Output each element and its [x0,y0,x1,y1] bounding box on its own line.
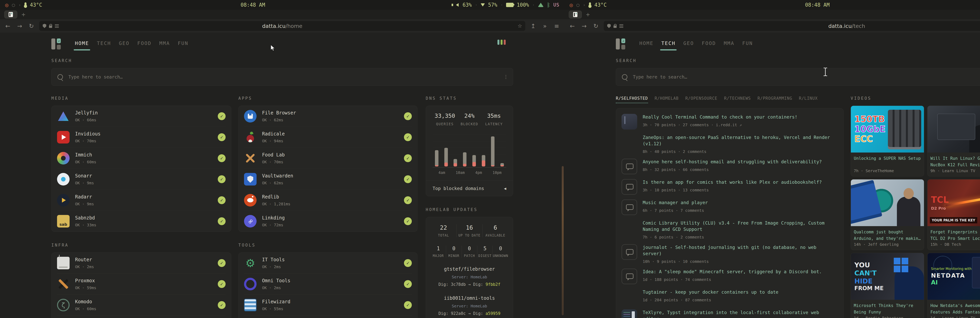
tab-home[interactable]: HOME [75,40,89,50]
update-entry[interactable]: iib0011/omni-tools Server: HomeLab Dig: … [431,296,508,316]
post-item[interactable]: Is there an app for comics that works li… [622,179,838,195]
service-ittools[interactable]: IT ToolsOK · 2ms ✓ [244,252,412,273]
search-box[interactable] [616,68,980,86]
clock[interactable]: 08:48 AM [679,2,955,8]
overflow-icon[interactable]: » [541,22,549,29]
new-tab-button[interactable]: + [586,11,590,18]
video-title[interactable]: Qualcomm just bought Arduino, and they'r… [854,229,921,242]
search-input[interactable] [68,74,507,80]
post-title[interactable]: Comic Library Utility (CLU) v3.4 - Free … [643,220,838,232]
tab-r-opensource[interactable]: R/OPENSOURCE [686,96,718,103]
service-opengist[interactable]: Open GistOK · 10ms ✓ [244,315,412,318]
tab-food[interactable]: FOOD [137,40,151,50]
browser-tab[interactable] [4,11,17,18]
search-options-icon[interactable] [506,75,506,76]
tab-food[interactable]: FOOD [702,40,716,50]
tab-mma[interactable]: MMA [724,40,734,50]
brightness-icon[interactable] [480,3,485,6]
share-icon[interactable]: ↥ [529,22,537,29]
clock[interactable]: 08:48 AM [115,2,391,8]
forward-button[interactable]: → [580,22,588,29]
post-title[interactable]: Tugtainer - keep your docker containers … [643,289,838,295]
reload-button[interactable]: ↻ [592,22,600,29]
search-box[interactable] [51,68,513,86]
url-bar[interactable]: datta.icu/home ☆ [39,21,525,31]
service-omnitools[interactable]: Omni ToolsOK · 2ms ✓ [244,273,412,294]
service-foodlab[interactable]: Food LabOK · 70ms ✓ [244,148,412,169]
video-card[interactable]: Smarter Monitoring with: NETDATA AI How … [927,253,980,318]
post-title[interactable]: journalot - Self-hosted journaling with … [643,244,838,257]
service-jellyfin[interactable]: JellyfinOK · 66ms ✓ [57,106,226,126]
service-komodo[interactable]: KomodoOK · 60ms ✓ [57,294,226,315]
post-title[interactable]: Anyone here self-hosting email and strug… [643,158,838,165]
service-speedtest[interactable]: SpeedtestOK · 289ms ✓ [57,315,226,318]
back-button[interactable]: ← [4,22,12,29]
service-filebrowser[interactable]: File BrowserOK · 62ms ✓ [244,106,412,126]
tab-mma[interactable]: MMA [159,40,170,50]
tab-geo[interactable]: GEO [683,40,694,50]
video-card[interactable]: TCL D2 Pro YOUR PALM IS THE KEY Forget F… [927,179,980,250]
post-item[interactable]: Tugtainer - keep your docker containers … [622,289,838,305]
video-title[interactable]: Unlocking a SUPER NAS Setup [854,155,921,162]
video-title[interactable]: Forget Fingerprints - The TCL D2 Pro Sma… [931,229,980,242]
tab-r-linux[interactable]: R/LINUX [799,96,818,103]
tab-r-homelab[interactable]: R/HOMELAB [655,96,679,103]
tab-r-programming[interactable]: R/PROGRAMMING [757,96,792,103]
post-item[interactable]: ZaneOps: an open-source PaaS alternative… [622,134,838,154]
post-item[interactable]: Comic Library Utility (CLU) v3.4 - Free … [622,220,838,240]
service-vaultwarden[interactable]: VaultwardenOK · 62ms ✓ [244,169,412,190]
wifi-icon[interactable] [538,3,544,7]
service-redlib[interactable]: RedlibOK · 1,281ms ✓ [244,190,412,211]
bookmark-star-icon[interactable]: ☆ [518,23,522,29]
top-blocked-domains-toggle[interactable]: Top blocked domains ◀ [426,181,513,196]
post-title[interactable]: TeXlyre, Typst integration into the loca… [643,309,838,318]
service-router[interactable]: RouterOK · 2ms ✓ [57,252,226,273]
post-title[interactable]: Is there an app for comics that works li… [643,179,838,185]
service-filewizard[interactable]: FilewizardOK · 55ms ✓ [244,294,412,315]
post-item[interactable]: TeXlyre, Typst integration into the loca… [622,309,838,318]
service-sonarr[interactable]: SonarrOK · 9ms ✓ [57,169,226,190]
scrollbar[interactable] [562,166,564,315]
volume-icon[interactable] [456,3,459,7]
service-proxmox[interactable]: ProxmoxOK · 59ms ✓ [57,273,226,294]
tab-r-technews[interactable]: R/TECHNEWS [724,96,751,103]
post-item[interactable]: Music manager and player6h · 7 points · … [622,200,838,215]
browser-tab[interactable] [569,11,582,18]
post-title[interactable]: Music manager and player [643,200,838,206]
tab-fun[interactable]: FUN [178,40,188,50]
site-logo[interactable]: ↗ [616,38,627,50]
service-radicale[interactable]: RadicaleOK · 94ms ✓ [244,126,412,148]
tab-tech[interactable]: TECH [97,40,111,50]
video-card[interactable]: 150TB 10GbE ECC Unlocking a SUPER NAS Se… [851,105,924,176]
workspace-indicator-icon[interactable]: ◎ [570,2,573,8]
video-card[interactable]: Will It Run Linux? GMKTec NucBox K12 Ful… [927,105,980,176]
search-input[interactable] [633,74,980,80]
workspace-indicator-icon[interactable]: ◎ [5,2,8,8]
post-item[interactable]: Anyone here self-hosting email and strug… [622,158,838,174]
workspace-icon[interactable]: ○ [12,2,15,8]
service-radarr[interactable]: RadarrOK · 9ms ✓ [57,190,226,211]
video-title[interactable]: How Netdata's Awesome AI Features Adds F… [931,302,980,315]
tab-fun[interactable]: FUN [742,40,753,50]
forward-button[interactable]: → [16,22,24,29]
video-title[interactable]: Will It Run Linux? GMKTec NucBox K12 Ful… [931,155,980,168]
video-card[interactable]: YOU CAN'T HIDE FROM ME Microsoft Thinks … [851,253,924,318]
video-title[interactable]: Microsoft Thinks They're Being Funny [854,302,921,315]
menu-icon[interactable]: ≡ [553,22,560,29]
tab-geo[interactable]: GEO [119,40,129,50]
service-sabnzbd[interactable]: SabnzbdOK · 33ms ✓ [57,211,226,232]
service-immich[interactable]: ImmichOK · 60ms ✓ [57,148,226,169]
tab-r-selfhosted[interactable]: R/SELFHOSTED [616,96,648,103]
workspace-icon[interactable]: ○ [576,2,579,8]
keyboard-layout[interactable]: US [553,2,559,8]
post-item[interactable]: Idea: A "sleep mode" Minecraft server, t… [622,268,838,284]
update-entry[interactable]: gtstef/filebrowser Server: HomeLab Dig: … [431,266,508,287]
tab-home[interactable]: HOME [640,40,654,50]
reload-button[interactable]: ↻ [27,22,35,29]
post-title[interactable]: Idea: A "sleep mode" Minecraft server, t… [643,268,838,275]
tab-tech[interactable]: TECH [661,40,675,50]
bluetooth-icon[interactable]: ᛒ [547,2,550,8]
service-linkding[interactable]: LinkdingOK · 72ms ✓ [244,211,412,232]
video-card[interactable]: Qualcomm just bought Arduino, and they'r… [851,179,924,250]
service-invidious[interactable]: InvidiousOK · 70ms ✓ [57,126,226,148]
